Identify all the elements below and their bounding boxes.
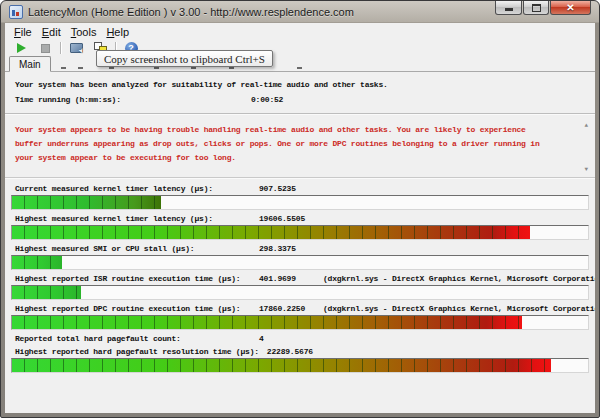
window-title: LatencyMon (Home Edition ) v 3.00 - http… (28, 6, 354, 18)
latency-bar-track (11, 255, 589, 270)
measurement-row: Highest reported ISR routine execution t… (11, 273, 589, 300)
measurement-driver-info: (dxgkrnl.sys - DirectX Graphics Kernel, … (323, 303, 595, 314)
latency-bar-track (11, 358, 589, 373)
measurement-label: Highest measured SMI or CPU stall (µs): (15, 243, 251, 254)
minimize-icon (505, 8, 513, 11)
latency-bar-fill (12, 256, 62, 269)
measurement-value: 19606.5505 (259, 213, 313, 224)
hidden-tab-mark (191, 67, 196, 69)
latency-bar-fill (12, 226, 530, 239)
minimize-button[interactable] (495, 1, 522, 15)
menu-tools[interactable]: Tools (66, 25, 102, 39)
latency-bar-fill (12, 359, 551, 372)
scroll-down-icon[interactable]: ▼ (585, 167, 588, 173)
play-icon (17, 43, 26, 53)
measurement-label: Reported total hard pagefault count: (15, 333, 251, 344)
measurement-label: Highest measured kernel timer latency (µ… (15, 213, 251, 224)
start-monitor-button[interactable] (11, 41, 31, 56)
separator (5, 177, 595, 179)
measurement-label: Highest reported ISR routine execution t… (15, 273, 251, 284)
measurements: Current measured kernel timer latency (µ… (5, 183, 595, 373)
toolbar-separator (60, 42, 61, 54)
client-area: FileEditToolsHelp ? Main Your system has… (5, 23, 595, 413)
tab-strip: Main (5, 56, 595, 72)
app-icon (9, 5, 23, 19)
menu-file[interactable]: File (9, 25, 37, 39)
measurement-value: 907.5235 (259, 183, 313, 194)
menu-edit[interactable]: Edit (37, 25, 66, 39)
screenshot-button[interactable] (66, 41, 86, 56)
warning-line: your system appear to be executing for t… (15, 151, 569, 165)
toolbar: ? (5, 40, 595, 56)
measurement-value: 298.3375 (259, 243, 313, 254)
latency-bar-fill (12, 196, 161, 209)
hidden-tab-mark (229, 67, 234, 69)
scroll-up-icon[interactable]: ▲ (585, 123, 588, 129)
measurement-value: 4 (259, 333, 313, 344)
warning-line: Your system appears to be having trouble… (15, 123, 569, 137)
latencymon-window: LatencyMon (Home Edition ) v 3.00 - http… (0, 0, 600, 418)
time-running-value: 0:00:52 (251, 95, 283, 104)
maximize-icon (532, 4, 541, 12)
stop-monitor-button[interactable] (35, 41, 55, 56)
measurement-label: Highest reported DPC routine execution t… (15, 303, 251, 314)
latency-bar-fill (12, 286, 81, 299)
measurement-label: Current measured kernel timer latency (µ… (15, 183, 251, 194)
latency-bar-track (11, 285, 589, 300)
latency-bar-track (11, 225, 589, 240)
maximize-button[interactable] (523, 1, 549, 15)
close-button[interactable]: ✕ (550, 1, 591, 15)
measurement-row: Current measured kernel timer latency (µ… (11, 183, 589, 210)
measurement-label: Highest reported hard pagefault resoluti… (15, 346, 259, 357)
hidden-tab-mark (109, 67, 114, 69)
measurement-row: Highest measured SMI or CPU stall (µs):2… (11, 243, 589, 270)
measurement-driver-info: (dxgkrnl.sys - DirectX Graphics Kernel, … (323, 273, 595, 284)
latency-bar-track (11, 315, 589, 330)
hidden-tab-mark (78, 67, 83, 69)
measurement-value: 17860.2250 (259, 303, 313, 314)
tooltip: Copy screenshot to clipboard Ctrl+S (96, 50, 273, 67)
hidden-tab-mark (61, 67, 66, 69)
tab-main[interactable]: Main (9, 56, 51, 72)
measurement-value: 22289.5676 (267, 346, 321, 357)
measurement-row: Highest measured kernel timer latency (µ… (11, 213, 589, 240)
measurement-value: 401.9699 (259, 273, 313, 284)
analysis-result-text: Your system has been analyzed for suitab… (15, 79, 585, 90)
warning-line: buffer underruns appearing as drop outs,… (15, 137, 569, 151)
latency-bar-fill (12, 316, 522, 329)
hidden-tab-mark (297, 67, 302, 69)
screenshot-icon (70, 43, 83, 53)
time-running-label: Time running (h:mm:ss): (15, 95, 251, 104)
close-icon: ✕ (566, 3, 574, 13)
measurement-row: Reported total hard pagefault count:4 (11, 333, 589, 344)
stop-icon (41, 44, 50, 53)
measurement-row: Highest reported hard pagefault resoluti… (11, 346, 589, 373)
summary-section: Your system has been analyzed for suitab… (15, 79, 585, 104)
hidden-tab-mark (154, 67, 159, 69)
measurement-row: Highest reported DPC routine execution t… (11, 303, 589, 330)
window-controls: ✕ (494, 1, 591, 15)
menu-help[interactable]: Help (101, 25, 134, 39)
warning-panel: Your system appears to be having trouble… (5, 115, 595, 177)
menu-bar: FileEditToolsHelp (5, 23, 595, 40)
latency-bar-track (11, 195, 589, 210)
